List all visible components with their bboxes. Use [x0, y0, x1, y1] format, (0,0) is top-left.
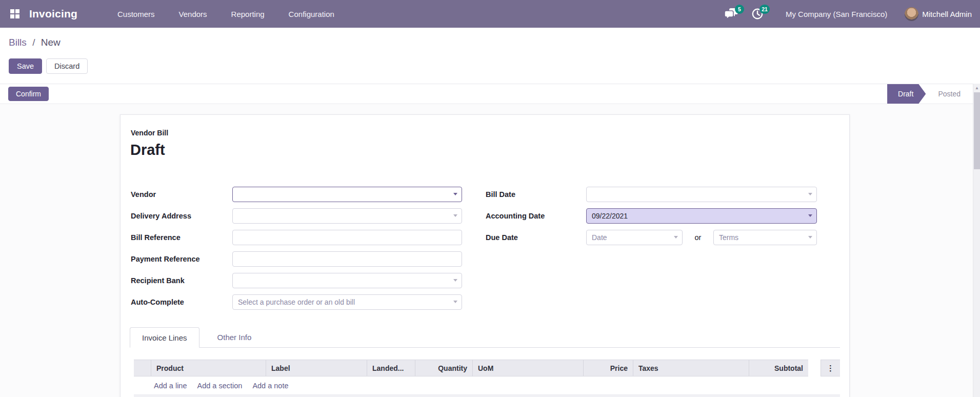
bill-date-label: Bill Date — [486, 187, 515, 202]
form-view-area: Vendor Bill Draft Vendor Delivery Addres… — [0, 105, 973, 397]
navbar-left: Invoicing Customers Vendors Reporting Co… — [0, 7, 334, 21]
breadcrumb-separator: / — [32, 37, 35, 48]
scrollbar-thumb[interactable] — [974, 92, 980, 169]
due-date-label: Due Date — [486, 230, 518, 245]
add-a-section-link[interactable]: Add a section — [197, 382, 243, 390]
notebook-tabs: Invoice Lines Other Info — [130, 327, 840, 348]
or-label: or — [683, 233, 713, 242]
main-menu: Customers Vendors Reporting Configuratio… — [117, 10, 334, 18]
menu-configuration[interactable]: Configuration — [289, 10, 334, 18]
state-draft[interactable]: Draft — [887, 84, 926, 104]
column-header-taxes[interactable]: Taxes — [633, 360, 749, 376]
activities-count-badge: 21 — [759, 5, 770, 14]
column-header-quantity[interactable]: Quantity — [415, 360, 472, 376]
vendor-label: Vendor — [131, 187, 156, 202]
bill-reference-input[interactable] — [232, 230, 462, 245]
app-name[interactable]: Invoicing — [29, 8, 77, 20]
company-switcher[interactable]: My Company (San Francisco) — [786, 10, 887, 18]
statusbar: Confirm Draft Posted — [0, 84, 973, 104]
column-header-landed[interactable]: Landed... — [367, 360, 415, 376]
save-button[interactable]: Save — [9, 58, 42, 74]
payment-reference-label: Payment Reference — [131, 251, 200, 267]
column-header-price[interactable]: Price — [583, 360, 633, 376]
statusbar-steps: Draft Posted — [887, 84, 973, 104]
document-type-label: Vendor Bill — [131, 129, 168, 137]
due-date-widgets: or — [586, 230, 817, 245]
delivery-address-label: Delivery Address — [131, 208, 191, 224]
payment-terms-input[interactable] — [713, 230, 817, 245]
auto-complete-label: Auto-Complete — [131, 294, 184, 310]
breadcrumb-bills-link[interactable]: Bills — [9, 37, 27, 48]
user-name: Mitchell Admin — [922, 10, 972, 18]
column-header-product[interactable]: Product — [151, 360, 266, 376]
add-a-line-link[interactable]: Add a line — [154, 382, 187, 390]
apps-menu-button[interactable] — [8, 7, 22, 21]
scrollbar-up-arrow[interactable]: ▲ — [973, 84, 980, 92]
table-header-row: Product Label Landed... Quantity UoM Pri… — [134, 360, 840, 376]
discard-button[interactable]: Discard — [46, 58, 88, 74]
column-header-subtotal[interactable]: Subtotal — [749, 360, 808, 376]
apps-grid-icon — [9, 8, 21, 20]
auto-complete-input[interactable] — [232, 294, 462, 310]
tab-invoice-lines[interactable]: Invoice Lines — [130, 327, 199, 348]
tab-other-info[interactable]: Other Info — [206, 327, 264, 347]
accounting-date-label: Accounting Date — [486, 208, 545, 224]
delivery-address-input[interactable] — [232, 208, 462, 224]
user-avatar — [905, 7, 918, 21]
accounting-date-field-row: Accounting Date — [486, 208, 839, 224]
due-date-input[interactable] — [586, 230, 683, 245]
menu-vendors[interactable]: Vendors — [179, 10, 207, 18]
recipient-bank-input[interactable] — [232, 273, 462, 288]
record-actions: Save Discard — [9, 58, 88, 74]
column-header-label[interactable]: Label — [266, 360, 367, 376]
messages-button[interactable]: 5 — [724, 6, 739, 22]
column-header-uom[interactable]: UoM — [472, 360, 583, 376]
menu-customers[interactable]: Customers — [117, 10, 155, 18]
bill-date-field-row: Bill Date — [486, 187, 839, 202]
payment-reference-field-row: Payment Reference — [131, 251, 582, 267]
kebab-menu-icon: ⋮ — [827, 364, 834, 373]
recipient-bank-label: Recipient Bank — [131, 273, 185, 288]
bill-reference-label: Bill Reference — [131, 230, 181, 245]
vendor-input[interactable] — [232, 187, 462, 202]
due-date-field-row: Due Date or — [486, 230, 839, 245]
vertical-scrollbar: ▲ — [973, 84, 980, 397]
payment-reference-input[interactable] — [232, 251, 462, 267]
table-footer-stripe — [134, 395, 840, 397]
confirm-button[interactable]: Confirm — [8, 87, 49, 101]
navbar-right: 5 21 My Company (San Francisco) Mitchell… — [714, 6, 980, 22]
vendor-bill-sheet: Vendor Bill Draft Vendor Delivery Addres… — [120, 114, 850, 397]
row-handle-column — [134, 360, 151, 376]
recipient-bank-field-row: Recipient Bank — [131, 273, 582, 288]
accounting-date-input[interactable] — [586, 208, 817, 224]
auto-complete-field-row: Auto-Complete — [131, 294, 582, 310]
activities-button[interactable]: 21 — [750, 6, 765, 22]
user-menu[interactable]: Mitchell Admin — [905, 7, 972, 21]
invoice-lines-table: Product Label Landed... Quantity UoM Pri… — [134, 360, 840, 397]
add-a-note-link[interactable]: Add a note — [252, 382, 288, 390]
bill-date-input[interactable] — [586, 187, 817, 202]
optional-columns-toggle[interactable]: ⋮ — [821, 360, 840, 376]
header-gap — [808, 360, 821, 376]
breadcrumb-current: New — [41, 37, 61, 48]
menu-reporting[interactable]: Reporting — [231, 10, 265, 18]
document-state-title: Draft — [130, 142, 165, 158]
top-navbar: Invoicing Customers Vendors Reporting Co… — [0, 0, 980, 28]
state-posted[interactable]: Posted — [926, 84, 973, 104]
table-add-row: Add a line Add a section Add a note — [134, 376, 840, 395]
invoicing-app: Invoicing Customers Vendors Reporting Co… — [0, 0, 980, 397]
messages-count-badge: 5 — [735, 5, 744, 14]
breadcrumb: Bills / New — [9, 37, 61, 48]
